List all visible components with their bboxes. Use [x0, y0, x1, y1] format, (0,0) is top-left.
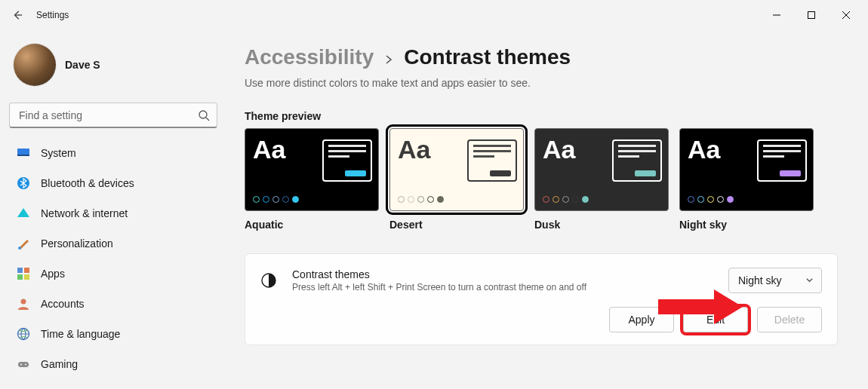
theme-window-preview — [612, 139, 662, 182]
theme-grid: AaAquaticAaDesertAaDuskAaNight sky — [245, 128, 838, 231]
window-title: Settings — [36, 10, 69, 20]
nav-item-apps[interactable]: Apps — [9, 259, 217, 288]
svg-rect-9 — [24, 274, 29, 280]
section-label: Theme preview — [245, 110, 838, 122]
maximize-button[interactable] — [794, 3, 829, 27]
brush-icon — [17, 237, 30, 250]
theme-select-value: Night sky — [738, 274, 782, 286]
theme-card-dusk[interactable]: Aa — [534, 128, 669, 211]
back-button[interactable] — [12, 10, 23, 20]
svg-rect-0 — [808, 12, 815, 19]
bluetooth-icon — [17, 176, 30, 190]
theme-label: Desert — [389, 219, 524, 231]
nav-item-label: Time & language — [41, 328, 120, 340]
main-content: Accessibility Contrast themes Use more d… — [226, 30, 868, 389]
nav-item-network[interactable]: Network & internet — [9, 199, 217, 228]
nav: System Bluetooth & devices Network & int… — [9, 139, 217, 378]
chevron-right-icon — [384, 52, 393, 68]
display-icon — [17, 146, 30, 160]
wifi-icon — [17, 207, 30, 220]
theme-color-dots — [688, 196, 805, 203]
sidebar: Dave S System Bluetooth & devices Networ… — [0, 30, 226, 389]
gamepad-icon — [17, 357, 30, 371]
delete-button: Delete — [757, 307, 822, 332]
nav-item-label: Bluetooth & devices — [41, 177, 134, 189]
globe-icon — [17, 327, 30, 341]
svg-point-5 — [18, 247, 21, 250]
close-button[interactable] — [829, 3, 863, 27]
theme-card-aquatic[interactable]: Aa — [245, 128, 379, 211]
theme-card-desert[interactable]: Aa — [389, 128, 524, 211]
annotation-arrow — [658, 289, 743, 324]
svg-rect-8 — [17, 274, 23, 280]
svg-point-10 — [21, 299, 26, 305]
theme-label: Aquatic — [245, 219, 379, 231]
breadcrumb: Accessibility Contrast themes — [245, 45, 838, 69]
svg-rect-12 — [18, 362, 29, 367]
nav-item-time-language[interactable]: Time & language — [9, 320, 217, 348]
avatar — [14, 44, 56, 86]
contrast-icon — [260, 272, 277, 289]
svg-point-13 — [20, 364, 22, 366]
nav-item-label: Network & internet — [41, 207, 128, 219]
svg-rect-6 — [17, 268, 23, 273]
theme-color-dots — [543, 196, 660, 203]
setting-title: Contrast themes — [292, 268, 713, 280]
svg-point-14 — [25, 364, 26, 366]
minimize-button[interactable] — [759, 3, 794, 27]
apps-icon — [17, 267, 30, 280]
setting-card: Contrast themes Press left Alt + left Sh… — [245, 253, 838, 345]
nav-item-system[interactable]: System — [9, 139, 217, 167]
setting-description: Press left Alt + left Shift + Print Scre… — [292, 282, 713, 293]
theme-window-preview — [467, 139, 517, 182]
svg-rect-7 — [24, 268, 29, 273]
chevron-down-icon — [805, 274, 814, 286]
breadcrumb-parent[interactable]: Accessibility — [245, 45, 374, 69]
theme-window-preview — [757, 139, 807, 182]
nav-item-personalization[interactable]: Personalization — [9, 229, 217, 258]
svg-rect-16 — [658, 299, 714, 314]
nav-item-gaming[interactable]: Gaming — [9, 350, 217, 378]
search-input[interactable] — [9, 103, 217, 128]
theme-color-dots — [398, 196, 516, 203]
svg-marker-17 — [714, 289, 743, 324]
nav-item-label: System — [41, 147, 76, 159]
theme-card-night-sky[interactable]: Aa — [679, 128, 814, 211]
nav-item-label: Gaming — [41, 358, 78, 370]
user-name: Dave S — [65, 59, 100, 71]
nav-item-bluetooth[interactable]: Bluetooth & devices — [9, 169, 217, 198]
page-subtitle: Use more distinct colors to make text an… — [245, 77, 838, 89]
page-title: Contrast themes — [404, 45, 571, 69]
nav-item-label: Accounts — [41, 298, 85, 310]
user-row[interactable]: Dave S — [9, 33, 217, 103]
nav-item-label: Apps — [41, 268, 65, 280]
nav-item-label: Personalization — [41, 237, 113, 250]
person-icon — [17, 297, 30, 311]
title-bar: Settings — [0, 0, 868, 30]
nav-item-accounts[interactable]: Accounts — [9, 289, 217, 318]
theme-window-preview — [322, 139, 372, 182]
svg-point-1 — [199, 111, 207, 118]
search-icon — [198, 109, 210, 121]
theme-color-dots — [253, 196, 371, 203]
theme-label: Night sky — [679, 219, 814, 231]
svg-rect-3 — [17, 155, 29, 156]
theme-label: Dusk — [534, 219, 669, 231]
